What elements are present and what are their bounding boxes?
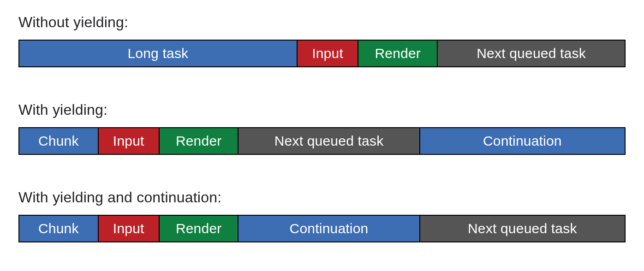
task-block: Long task	[18, 40, 298, 67]
task-block: Continuation	[420, 127, 626, 155]
task-block: Input	[99, 127, 160, 155]
task-block: Input	[99, 215, 160, 242]
task-block: Render	[160, 127, 239, 155]
task-block: Chunk	[18, 215, 99, 242]
task-block: Continuation	[239, 215, 420, 242]
task-block: Render	[358, 40, 438, 67]
task-bar: Long task Input Render Next queued task	[18, 40, 626, 67]
row-heading: With yielding:	[18, 101, 107, 118]
diagram-canvas: Without yielding: Long task Input Render…	[0, 0, 644, 271]
task-bar: Chunk Input Render Continuation Next que…	[18, 215, 626, 242]
task-block: Input	[298, 40, 359, 67]
task-block: Next queued task	[438, 40, 626, 67]
row-heading: With yielding and continuation:	[18, 189, 221, 206]
task-block: Next queued task	[420, 215, 626, 242]
task-block: Chunk	[18, 127, 99, 155]
row-heading: Without yielding:	[18, 14, 128, 31]
task-block: Render	[160, 215, 239, 242]
task-bar: Chunk Input Render Next queued task Cont…	[18, 127, 626, 155]
task-block: Next queued task	[239, 127, 420, 155]
